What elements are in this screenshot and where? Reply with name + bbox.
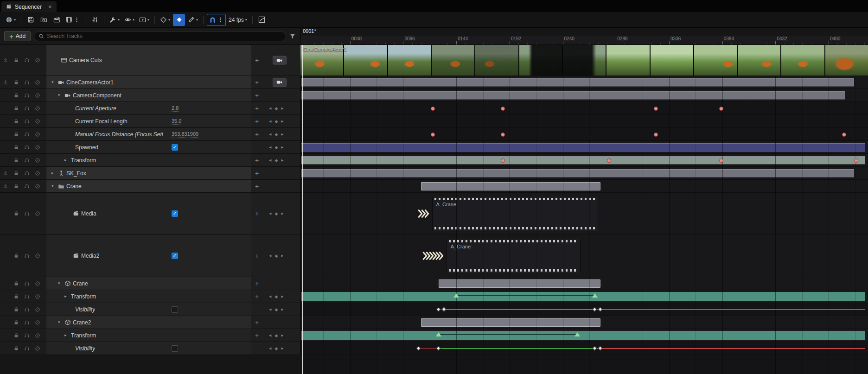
timeline-row-transform-camera[interactable] [300,154,868,166]
next-key-button[interactable]: ▶ [281,295,283,298]
timeline-row-media[interactable]: A_Crane [300,193,868,235]
track-crane-cube[interactable]: ▾Crane+ [0,277,300,290]
prev-key-button[interactable]: ◀ [269,212,271,216]
timeline-row-spawned[interactable] [300,141,868,153]
lock-icon[interactable] [13,307,19,312]
lock-icon[interactable] [13,119,19,124]
fps-button[interactable]: 24 fps▾ [227,14,249,26]
mute-icon[interactable] [35,93,40,98]
lock-icon[interactable] [13,294,19,299]
mute-icon[interactable] [35,333,40,338]
add-key-button[interactable]: ◆ [274,119,278,124]
timeline-row-visibility-crane[interactable] [300,303,868,316]
timeline-row-current-focal-length[interactable] [300,115,868,127]
curve-editor-button[interactable] [256,14,268,26]
timeline-row-sk-fox[interactable] [300,167,868,179]
checkbox[interactable]: ✓ [172,210,178,217]
add-section-button[interactable]: + [255,105,259,112]
keyframe[interactable] [654,133,658,137]
add-section-button[interactable]: + [255,280,259,287]
mute-icon[interactable] [35,171,40,176]
headphones-icon[interactable] [24,184,30,189]
add-section-button[interactable]: + [255,170,259,177]
pin-icon[interactable] [3,171,8,176]
mixer-button[interactable] [89,14,101,26]
prev-key-button[interactable]: ◀ [269,254,271,258]
camera-cut-thumbnail[interactable] [738,45,780,76]
next-key-button[interactable]: ▶ [281,158,283,162]
lock-icon[interactable] [13,281,19,286]
track-spawned[interactable]: Spawned✓◀◆▶ [0,141,300,153]
lock-icon[interactable] [13,171,19,176]
section-bar[interactable] [301,91,845,100]
pin-icon[interactable] [3,80,8,85]
lock-icon[interactable] [13,145,19,150]
keying-options-button[interactable]: ▾ [158,14,172,26]
headphones-icon[interactable] [24,281,30,286]
add-key-button[interactable]: ◆ [274,333,278,338]
timeline-row-manual-focus-distance[interactable] [300,128,868,140]
prev-key-button[interactable]: ◀ [269,107,271,110]
add-key-button[interactable]: ◆ [274,145,278,150]
timeline-row-cinecameraactor1[interactable] [300,76,868,89]
headphones-icon[interactable] [24,171,30,176]
lock-icon[interactable] [13,93,19,98]
keyframe-diamond[interactable] [592,346,597,350]
add-key-button[interactable]: ◆ [274,294,278,299]
headphones-icon[interactable] [24,80,30,85]
section-bar[interactable] [301,292,866,301]
headphones-icon[interactable] [24,253,30,259]
keyframe[interactable] [501,107,505,111]
mute-icon[interactable] [35,281,40,286]
mute-icon[interactable] [35,119,40,124]
camera-cut-thumbnail[interactable] [825,45,868,76]
timeline-row-crane-cube[interactable] [300,277,868,290]
auto-key-button[interactable] [173,14,185,26]
prev-key-button[interactable]: ◀ [269,308,271,311]
property-value[interactable]: 353.831909 [172,131,198,138]
mute-icon[interactable] [35,211,40,216]
section-bar[interactable] [301,331,866,340]
mute-icon[interactable] [35,57,40,63]
find-in-browser-button[interactable] [38,14,50,26]
keyframe-triangle[interactable] [453,293,459,298]
headphones-icon[interactable] [24,346,30,351]
add-section-button[interactable]: + [255,118,259,125]
mute-icon[interactable] [35,294,40,299]
mute-icon[interactable] [35,145,40,150]
timeline-row-camera-cuts[interactable]: CineCameraActor1 [300,45,868,76]
lock-icon[interactable] [13,211,19,216]
timeline-row-cameracomponent[interactable] [300,89,868,101]
lock-icon[interactable] [13,132,19,137]
expander-icon[interactable]: ▸ [64,333,69,337]
mute-icon[interactable] [35,158,40,163]
lock-icon[interactable] [13,320,19,325]
keyframe[interactable] [501,133,505,137]
track-transform-crane[interactable]: ▸Transform+◀◆▶ [0,290,300,303]
add-section-button[interactable]: + [255,131,259,138]
headphones-icon[interactable] [24,158,30,163]
keyframe-diamond[interactable] [598,307,602,311]
keyframe[interactable] [501,158,505,163]
add-section-button[interactable]: + [255,57,259,63]
expander-icon[interactable]: ▸ [64,294,69,298]
mute-icon[interactable] [35,106,40,111]
mute-icon[interactable] [35,307,40,312]
camera-cut-thumbnail[interactable] [694,45,737,76]
track-manual-focus-distance[interactable]: Manual Focus Distance (Focus Sett353.831… [0,128,300,140]
timeline-ruler[interactable]: 0048009601440192024002880336038404320480 [300,36,868,44]
view-options-button[interactable]: ▾ [122,14,136,26]
add-key-button[interactable]: ◆ [274,346,278,351]
track-media[interactable]: Media✓+◀◆▶ [0,193,300,235]
track-current-aperture[interactable]: Current Aperture2.8+◀◆▶ [0,102,300,114]
mute-icon[interactable] [35,132,40,137]
render-movie-button[interactable] [51,14,63,26]
timeline-row-transform-crane2[interactable] [300,329,868,342]
search-tracks-input[interactable] [47,33,281,39]
next-key-button[interactable]: ▶ [281,334,283,337]
camera-lock-button[interactable] [273,78,287,87]
next-key-button[interactable]: ▶ [281,212,283,216]
section-bar[interactable] [301,156,866,165]
section-bar[interactable] [421,318,600,327]
track-sk-fox[interactable]: ▸SK_Fox+ [0,167,300,179]
